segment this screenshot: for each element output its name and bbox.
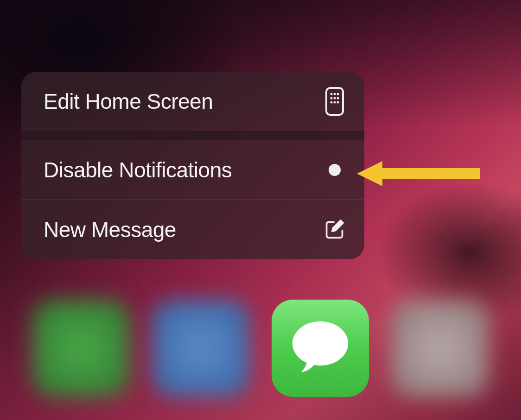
dock-app-messages[interactable] <box>272 300 369 397</box>
dock-app-blurred[interactable] <box>32 300 130 397</box>
menu-item-label: New Message <box>44 217 176 242</box>
svg-point-7 <box>330 101 333 104</box>
svg-point-2 <box>334 93 336 95</box>
svg-marker-10 <box>357 161 480 186</box>
phone-apps-icon <box>324 91 345 112</box>
svg-point-1 <box>330 93 333 95</box>
messages-icon <box>288 321 353 376</box>
svg-point-9 <box>337 101 339 104</box>
dock <box>0 300 521 397</box>
menu-separator <box>21 131 364 140</box>
context-menu: Edit Home Screen Disable Notifications <box>21 72 364 259</box>
compose-icon <box>324 219 345 240</box>
svg-point-3 <box>337 93 339 95</box>
svg-point-5 <box>334 97 336 100</box>
svg-point-6 <box>337 97 339 100</box>
dock-app-blurred[interactable] <box>152 300 249 397</box>
menu-item-label: Disable Notifications <box>44 157 232 182</box>
menu-item-edit-home-screen[interactable]: Edit Home Screen <box>21 72 364 131</box>
menu-item-new-message[interactable]: New Message <box>21 200 364 259</box>
svg-point-4 <box>330 97 333 100</box>
svg-point-8 <box>334 101 336 104</box>
dock-app-blurred[interactable] <box>391 300 489 397</box>
annotation-arrow <box>357 160 482 188</box>
svg-point-11 <box>292 321 348 365</box>
menu-item-label: Edit Home Screen <box>44 89 213 114</box>
menu-item-disable-notifications[interactable]: Disable Notifications <box>21 140 364 200</box>
dot-icon <box>324 160 345 180</box>
